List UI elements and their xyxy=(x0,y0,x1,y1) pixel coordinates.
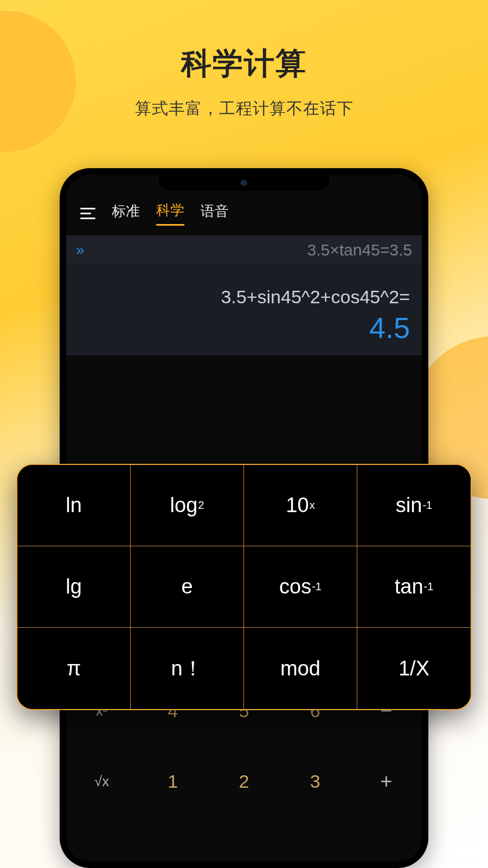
history-text: 3.5×tan45=3.5 xyxy=(86,241,412,259)
tab-voice[interactable]: 语音 xyxy=(201,202,229,225)
key-mod[interactable]: mod xyxy=(244,628,357,709)
key-e[interactable]: e xyxy=(131,546,244,628)
key-3[interactable]: 3 xyxy=(280,746,351,816)
key-lg[interactable]: lg xyxy=(17,546,131,628)
key-2[interactable]: 2 xyxy=(208,746,279,816)
history-row[interactable]: » 3.5×tan45=3.5 xyxy=(66,235,422,265)
menu-icon[interactable] xyxy=(80,208,95,219)
key-factorial[interactable]: n！ xyxy=(131,628,244,709)
history-expand-icon[interactable]: » xyxy=(76,241,80,259)
key-ln[interactable]: ln xyxy=(17,465,131,546)
expression-text: 3.5+sin45^2+cos45^2= xyxy=(66,265,422,311)
promo-header: 科学计算 算式丰富，工程计算不在话下 xyxy=(0,0,488,120)
display-area: » 3.5×tan45=3.5 3.5+sin45^2+cos45^2= 4.5 xyxy=(66,235,422,355)
key-log2[interactable]: log2 xyxy=(131,465,244,546)
tab-standard[interactable]: 标准 xyxy=(112,202,140,225)
key-arctan[interactable]: tan-1 xyxy=(357,546,471,628)
phone-notch xyxy=(159,175,330,191)
scientific-overlay-keypad: ln log2 10x sin-1 lg e cos-1 tan-1 π n！ … xyxy=(16,464,472,710)
key-pi[interactable]: π xyxy=(17,628,131,709)
tab-science[interactable]: 科学 xyxy=(156,201,184,226)
page-subtitle: 算式丰富，工程计算不在话下 xyxy=(0,98,488,120)
key-arcsin[interactable]: sin-1 xyxy=(357,465,471,546)
key-10x[interactable]: 10x xyxy=(244,465,357,546)
key-reciprocal[interactable]: 1/X xyxy=(357,628,471,709)
key-arccos[interactable]: cos-1 xyxy=(244,546,357,628)
key-sqrt[interactable]: √x xyxy=(66,746,137,816)
camera-dot xyxy=(241,180,247,186)
key-plus[interactable]: + xyxy=(351,746,422,816)
result-text: 4.5 xyxy=(66,311,422,355)
key-1[interactable]: 1 xyxy=(137,746,208,816)
